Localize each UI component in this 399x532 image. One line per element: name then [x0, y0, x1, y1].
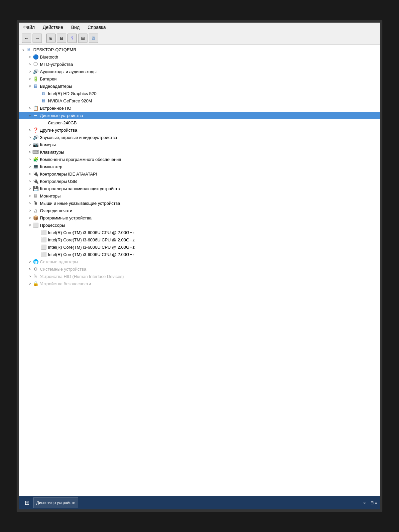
menu-help[interactable]: Справка [86, 24, 107, 31]
toolbar-separator-1 [44, 34, 44, 42]
nvidia-label: NVIDIA GeForce 920M [48, 98, 92, 103]
tree-item-firmware[interactable]: > 📋 Встроенное ПО [19, 104, 380, 112]
computer-expand-icon: > [27, 164, 33, 169]
other-icon: ❓ [33, 127, 39, 133]
mtd-expand-icon: > [27, 62, 33, 67]
battery-icon: 🔋 [33, 76, 39, 82]
toolbar: ← → ⊞ ⊟ ? ▤ 🖥 [19, 32, 380, 45]
tree-item-network[interactable]: > 🌐 Сетевые адаптеры [19, 258, 380, 265]
tree-item-storage[interactable]: > 💾 Контроллеры запоминающих устройств [19, 185, 380, 192]
help-button[interactable]: ? [67, 34, 77, 43]
camera-expand-icon: > [27, 142, 33, 147]
start-button[interactable]: ⊞ [22, 498, 32, 508]
usb-expand-icon: > [27, 179, 33, 184]
update-button[interactable]: ⊟ [57, 34, 66, 43]
cpu-core2-label: Intel(R) Core(TM) i3-6006U CPU @ 2.00GHz [48, 237, 135, 242]
menu-action[interactable]: Действие [41, 24, 65, 31]
cpu-icon: ⬜ [33, 222, 39, 228]
menu-view[interactable]: Вид [70, 24, 81, 31]
cpu-core3-label: Intel(R) Core(TM) i3-6006U CPU @ 2.00GHz [48, 245, 135, 250]
tree-item-program[interactable]: > 📦 Программные устройства [19, 214, 380, 221]
casper-expand-icon [35, 120, 41, 125]
camera-icon: 📷 [33, 142, 39, 148]
program-label: Программные устройства [40, 215, 91, 220]
tree-item-ide[interactable]: > 🔌 Контроллеры IDE ATA/ATAPI [19, 170, 380, 178]
cpu-core1-icon: ⬜ [41, 229, 47, 235]
monitor-button[interactable]: 🖥 [89, 34, 98, 43]
computer-item-icon: 💻 [33, 164, 39, 170]
tree-item-mice[interactable]: > 🖱 Мыши и иные указывающие устройства [19, 200, 380, 207]
tree-item-cpu[interactable]: v ⬜ Процессоры [19, 221, 380, 229]
tree-root[interactable]: v 🖥 DESKTOP-Q71QEMR [19, 46, 380, 53]
monitors-icon: 🖥 [33, 193, 39, 199]
monitors-expand-icon: > [27, 193, 33, 199]
root-expand-icon: v [21, 47, 26, 52]
tree-item-nvidia[interactable]: 🖥 NVIDIA GeForce 920M [19, 97, 380, 104]
tree-item-security[interactable]: > 🔒 Устройства безопасности [19, 280, 380, 287]
computer-item-label: Компьютер [40, 164, 62, 169]
nvidia-icon: 🖥 [41, 98, 47, 104]
cpu-core4-expand-icon [35, 252, 41, 257]
tree-item-disk[interactable]: v ─ Дисковые устройства [19, 112, 380, 119]
tree-item-cpu-core-4[interactable]: ⬜ Intel(R) Core(TM) i3-6006U CPU @ 2.00G… [19, 251, 380, 258]
screen: Файл Действие Вид Справка ← → ⊞ ⊟ ? ▤ 🖥 … [19, 23, 380, 509]
audio-label: Аудиовходы и аудиовыходы [40, 69, 96, 74]
keyboard-icon: ⌨ [33, 149, 39, 155]
tree-item-cpu-core-2[interactable]: ⬜ Intel(R) Core(TM) i3-6006U CPU @ 2.00G… [19, 236, 380, 243]
properties-button[interactable]: ⊞ [46, 34, 56, 43]
hid-label: Устройства HID (Human Interface Devices) [40, 274, 124, 279]
firmware-icon: 📋 [33, 105, 39, 111]
intel-hd-icon: 🖥 [41, 90, 47, 96]
menu-file[interactable]: Файл [22, 24, 36, 31]
security-label: Устройства безопасности [40, 281, 91, 286]
tree-item-hid[interactable]: > 🖱 Устройства HID (Human Interface Devi… [19, 273, 380, 280]
tree-item-mtd[interactable]: > 🖵 MTD-устройства [19, 61, 380, 68]
nvidia-expand-icon [35, 98, 41, 103]
software-expand-icon: > [27, 157, 33, 162]
usb-icon: 🔌 [33, 178, 39, 184]
tree-item-cpu-core-3[interactable]: ⬜ Intel(R) Core(TM) i3-6006U CPU @ 2.00G… [19, 243, 380, 251]
tree-item-battery[interactable]: > 🔋 Батареи [19, 75, 380, 82]
storage-icon: 💾 [33, 186, 39, 192]
bluetooth-expand-icon: > [27, 54, 33, 60]
tree-item-usb[interactable]: > 🔌 Контроллеры USB [19, 178, 380, 185]
taskbar-devmgr[interactable]: Диспетчер устройств [33, 497, 78, 508]
tree-item-audio[interactable]: > 🔊 Аудиовходы и аудиовыходы [19, 68, 380, 75]
back-button[interactable]: ← [22, 34, 31, 43]
tree-item-printer[interactable]: > 🖨 Очереди печати [19, 207, 380, 214]
printer-expand-icon: > [27, 208, 33, 213]
tree-item-computer[interactable]: > 💻 Компьютер [19, 163, 380, 170]
tree-item-system[interactable]: > ⚙ Системные устройства [19, 265, 380, 273]
tree-item-software[interactable]: > 🧩 Компоненты программного обеспечения [19, 156, 380, 163]
tree-item-cpu-core-1[interactable]: ⬜ Intel(R) Core(TM) i3-6006U CPU @ 2.00G… [19, 229, 380, 236]
sound-expand-icon: > [27, 135, 33, 140]
tree-item-other[interactable]: > ❓ Другие устройства [19, 126, 380, 134]
cpu-core4-icon: ⬜ [41, 251, 47, 257]
disk-label: Дисковые устройства [40, 113, 83, 118]
tree-item-video[interactable]: v 🖥 Видеоадаптеры [19, 82, 380, 90]
tree-item-intel-hd[interactable]: 🖥 Intel(R) HD Graphics 520 [19, 90, 380, 97]
software-icon: 🧩 [33, 156, 39, 162]
program-icon: 📦 [33, 215, 39, 221]
cpu-core3-icon: ⬜ [41, 244, 47, 250]
monitors-label: Мониторы [40, 194, 61, 199]
tree-item-camera[interactable]: > 📷 Камеры [19, 141, 380, 148]
other-label: Другие устройства [40, 128, 77, 133]
tree-item-sound[interactable]: > 🔊 Звуковые, игровые и видеоустройства [19, 134, 380, 141]
cpu-core4-label: Intel(R) Core(TM) i3-6006U CPU @ 2.00GHz [48, 252, 135, 257]
firmware-expand-icon: > [27, 105, 33, 111]
system-icon: ⚙ [33, 266, 39, 272]
cpu-core3-expand-icon [35, 244, 41, 250]
scan-button[interactable]: ▤ [78, 34, 87, 43]
taskbar-right: ○ □ ⊟ ≡ [363, 500, 377, 505]
tree-item-monitors[interactable]: > 🖥 Мониторы [19, 192, 380, 200]
device-tree[interactable]: v 🖥 DESKTOP-Q71QEMR > 🔵 Bluetooth > 🖵 MT… [19, 45, 380, 496]
ide-label: Контроллеры IDE ATA/ATAPI [40, 172, 97, 177]
storage-label: Контроллеры запоминающих устройств [40, 186, 120, 191]
tree-item-keyboard[interactable]: > ⌨ Клавиатуры [19, 148, 380, 156]
forward-button[interactable]: → [33, 34, 42, 43]
root-label: DESKTOP-Q71QEMR [33, 47, 76, 52]
tree-item-bluetooth[interactable]: > 🔵 Bluetooth [19, 53, 380, 61]
tree-item-casper[interactable]: ─ Casper-240GB [19, 119, 380, 126]
keyboard-expand-icon: > [27, 149, 33, 155]
